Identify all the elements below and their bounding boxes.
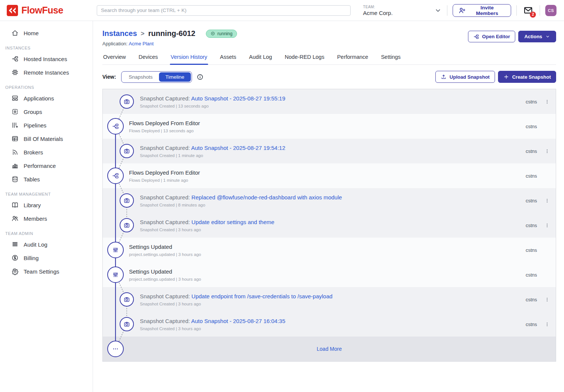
team-label: TEAM: xyxy=(363,5,393,9)
info-icon[interactable] xyxy=(196,73,204,81)
sidebar-item-audit-log[interactable]: Audit Log xyxy=(0,238,93,251)
event-user: cstns xyxy=(526,173,537,179)
chart-icon xyxy=(11,162,19,169)
event-title-prefix: Snapshot Captured: xyxy=(140,145,191,151)
view-toggle-snapshots[interactable]: Snapshots xyxy=(122,72,159,82)
event-title: Snapshot Captured: Auto Snapshot - 2025-… xyxy=(140,95,526,102)
snapshot-link[interactable]: Replaced @flowfuse/node-red-dashboard wi… xyxy=(192,194,342,200)
event-meta: Flows Deployed | 13 seconds ago xyxy=(129,129,526,133)
sidebar-item-groups[interactable]: Groups xyxy=(0,105,93,118)
sidebar-item-label: Groups xyxy=(24,109,42,115)
breadcrumb: Instances > running-6012 running xyxy=(102,29,237,38)
sidebar-item-billing[interactable]: Billing xyxy=(0,251,93,265)
actions-button[interactable]: Actions xyxy=(518,31,556,42)
tab-devices[interactable]: Devices xyxy=(138,54,159,64)
apps-icon xyxy=(11,94,19,102)
snapshot-link[interactable]: Auto Snapshot - 2025-08-27 19:54:12 xyxy=(191,145,285,151)
ellipsis-icon xyxy=(107,341,124,357)
sidebar-item-label: Brokers xyxy=(24,149,43,156)
row-menu-kebab-icon[interactable] xyxy=(544,99,550,105)
breadcrumb-instances-link[interactable]: Instances xyxy=(102,29,137,38)
invite-members-button[interactable]: Invite Members xyxy=(453,4,511,17)
tab-performance[interactable]: Performance xyxy=(336,54,369,64)
timeline-row-4-deploy: Flows Deployed From EditorFlows Deployed… xyxy=(103,163,556,188)
snapshot-link[interactable]: Auto Snapshot - 2025-08-27 19:55:19 xyxy=(191,95,285,102)
tab-assets[interactable]: Assets xyxy=(219,54,237,64)
event-title: Snapshot Captured: Auto Snapshot - 2025-… xyxy=(140,144,526,152)
event-meta: Snapshot Created | 1 minute ago xyxy=(140,153,526,158)
sidebar-section-team-admin: TEAM ADMIN xyxy=(5,231,93,236)
sidebar-item-pipelines[interactable]: Pipelines xyxy=(0,118,93,132)
sidebar-item-home[interactable]: Home xyxy=(0,26,93,40)
team-name: Acme Corp. xyxy=(363,10,393,16)
row-menu-kebab-icon[interactable] xyxy=(544,198,550,203)
row-menu-kebab-icon[interactable] xyxy=(544,223,550,228)
tab-overview[interactable]: Overview xyxy=(102,54,126,64)
flowfuse-logo[interactable]: FlowFuse xyxy=(7,5,92,16)
event-title-prefix: Snapshot Captured: xyxy=(140,318,191,324)
event-title: Snapshot Captured: Update endpoint from … xyxy=(140,293,526,300)
notifications-button[interactable]: 2 xyxy=(522,5,535,16)
load-more-link[interactable]: Load More xyxy=(103,346,556,352)
upload-snapshot-label: Upload Snapshot xyxy=(450,74,490,80)
gear-icon xyxy=(11,268,19,275)
sidebar-item-brokers[interactable]: Brokers xyxy=(0,145,93,159)
flowfuse-logo-icon xyxy=(7,5,18,16)
camera-icon xyxy=(120,317,134,331)
event-user: cstns xyxy=(526,322,537,327)
event-meta: Snapshot Created | 3 hours ago xyxy=(140,227,526,232)
row-menu-kebab-icon[interactable] xyxy=(544,148,550,154)
tab-audit-log[interactable]: Audit Log xyxy=(248,54,273,64)
timeline-row-2-deploy: Flows Deployed From EditorFlows Deployed… xyxy=(103,114,556,139)
sliders-icon xyxy=(107,242,124,258)
team-selector[interactable]: TEAM: Acme Corp. xyxy=(363,5,442,16)
timeline-row-7-settings: Settings Updatedproject.settings.updated… xyxy=(103,238,556,262)
sidebar-section-operations: OPERATIONS xyxy=(5,85,93,90)
event-meta: Snapshot Created | 3 hours ago xyxy=(140,302,526,306)
top-bar: FlowFuse TEAM: Acme Corp. Invite Members xyxy=(0,0,564,21)
sidebar-item-remote-instances[interactable]: Remote Instances xyxy=(0,66,93,79)
sidebar-item-hosted-instances[interactable]: Hosted Instances xyxy=(0,52,93,66)
open-editor-button[interactable]: Open Editor xyxy=(468,31,515,42)
search-input[interactable] xyxy=(97,5,351,16)
sidebar-item-members[interactable]: Members xyxy=(0,212,93,225)
sidebar-item-performance[interactable]: Performance xyxy=(0,159,93,172)
tab-version-history[interactable]: Version History xyxy=(170,54,208,64)
tab-node-red-logs[interactable]: Node-RED Logs xyxy=(284,54,325,64)
event-meta: project.settings.updated | 3 hours ago xyxy=(129,252,526,257)
snapshot-link[interactable]: Update editor settings and theme xyxy=(192,219,274,225)
sidebar-item-applications[interactable]: Applications xyxy=(0,91,93,105)
create-snapshot-button[interactable]: Create Snapshot xyxy=(498,71,556,83)
chevron-down-icon xyxy=(545,34,550,39)
plus-icon xyxy=(503,74,509,80)
camera-icon xyxy=(120,292,134,307)
upload-snapshot-button[interactable]: Upload Snapshot xyxy=(435,71,495,83)
row-menu-kebab-icon[interactable] xyxy=(544,322,550,327)
avatar[interactable]: CS xyxy=(545,5,556,16)
event-meta: Snapshot Created | 3 hours ago xyxy=(140,326,526,331)
row-menu-kebab-icon[interactable] xyxy=(544,297,550,302)
sidebar-item-label: Audit Log xyxy=(24,241,47,248)
event-title: Snapshot Captured: Auto Snapshot - 2025-… xyxy=(140,317,526,325)
event-title-prefix: Snapshot Captured: xyxy=(140,194,192,200)
sidebar-item-tables[interactable]: Tables xyxy=(0,172,93,186)
snapshot-link[interactable]: Auto Snapshot - 2025-08-27 16:04:35 xyxy=(191,318,285,324)
sidebar-item-team-settings[interactable]: Team Settings xyxy=(0,265,93,278)
timeline-row-9-snapshot: Snapshot Captured: Update endpoint from … xyxy=(103,287,556,312)
db-icon xyxy=(11,175,19,183)
event-title-prefix: Snapshot Captured: xyxy=(140,219,192,225)
sidebar-item-bill-of-materials[interactable]: Bill Of Materials xyxy=(0,132,93,145)
actions-label: Actions xyxy=(524,34,542,39)
view-toggle-timeline[interactable]: Timeline xyxy=(159,72,191,82)
view-toggle: SnapshotsTimeline xyxy=(121,71,192,83)
application-link[interactable]: Acme Plant xyxy=(129,41,153,46)
sidebar-item-label: Performance xyxy=(24,163,56,169)
sidebar-item-library[interactable]: Library xyxy=(0,198,93,212)
sidebar-item-label: Bill Of Materials xyxy=(24,136,63,142)
breadcrumb-separator: > xyxy=(141,30,144,37)
tab-settings[interactable]: Settings xyxy=(380,54,401,64)
event-title: Snapshot Captured: Update editor setting… xyxy=(140,218,526,226)
event-title: Settings Updated xyxy=(129,268,526,275)
book-icon xyxy=(11,201,19,209)
snapshot-link[interactable]: Update endpoint from /save-credentials t… xyxy=(192,293,333,299)
